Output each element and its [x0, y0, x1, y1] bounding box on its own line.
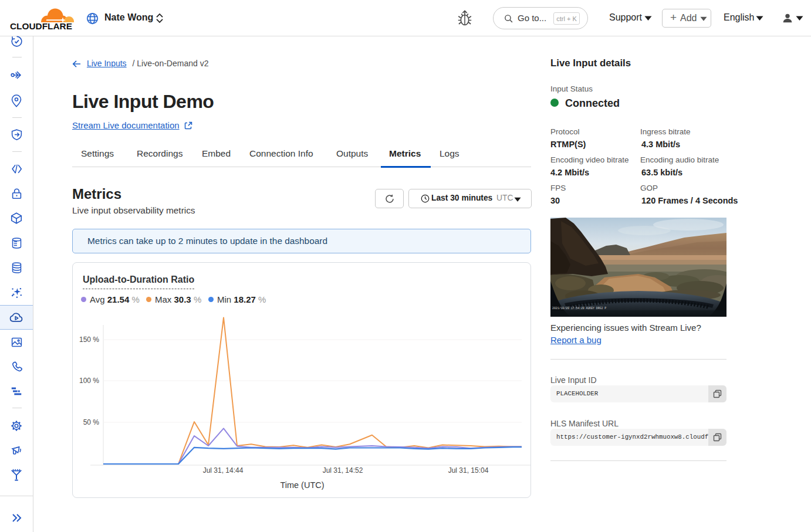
svg-text:50 %: 50 %: [83, 418, 100, 426]
svg-text:Time (UTC): Time (UTC): [280, 480, 324, 490]
svg-text:Jul 31, 15:04: Jul 31, 15:04: [448, 466, 489, 475]
svg-text:150 %: 150 %: [79, 336, 99, 344]
svg-text:2021/10/20 17:54:29 AUKEY DRG2: 2021/10/20 17:54:29 AUKEY DRG2 P: [552, 307, 606, 310]
svg-text:Jul 31, 14:44: Jul 31, 14:44: [203, 466, 244, 475]
svg-text:100 %: 100 %: [79, 377, 99, 385]
svg-text:Jul 31, 14:52: Jul 31, 14:52: [323, 466, 363, 475]
